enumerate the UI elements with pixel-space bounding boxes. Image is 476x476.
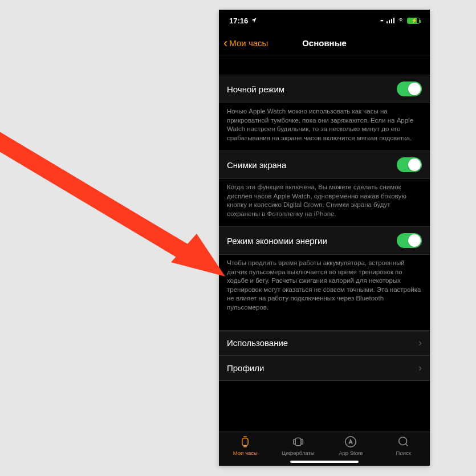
tab-label: App Store [339,450,363,456]
row-screenshots[interactable]: Снимки экрана [219,150,430,179]
svg-rect-0 [242,438,248,445]
nav-bar: ‹ Мои часы Основные [219,31,430,55]
tab-bar: Мои часы Циферблаты App Store Поиск [219,432,430,466]
wifi-icon [397,17,405,25]
chevron-right-icon: › [418,337,422,349]
back-button[interactable]: ‹ Мои часы [223,37,268,50]
toggle-screenshots[interactable] [397,157,422,172]
tab-label: Циферблаты [282,450,315,456]
dual-sim-icon: ▪▪ [380,18,383,23]
signal-icon [387,18,395,23]
desc-night-mode: Ночью Apple Watch можно использовать как… [219,103,430,150]
row-label: Снимки экрана [227,160,286,170]
toggle-power-saving[interactable] [397,233,422,248]
row-label: Использование [227,338,288,348]
toggle-night-mode[interactable] [397,82,422,96]
status-bar: 17:16 ▪▪ ⚡ [219,10,430,31]
row-label: Профили [227,363,264,373]
location-icon [251,17,257,25]
row-power-saving[interactable]: Режим экономии энергии [219,226,430,255]
svg-line-6 [0,137,197,259]
home-indicator[interactable] [290,461,359,463]
desc-screenshots: Когда эта функция включена, Вы можете сд… [219,179,430,226]
tab-label: Мои часы [233,450,258,456]
tab-label: Поиск [396,450,411,456]
tab-app-store[interactable]: App Store [324,436,377,456]
settings-content[interactable]: Ночной режим Ночью Apple Watch можно исп… [219,55,430,432]
faces-icon [292,436,304,448]
row-label: Режим экономии энергии [227,236,327,246]
back-label: Мои часы [229,38,268,48]
row-night-mode[interactable]: Ночной режим [219,75,430,103]
chevron-left-icon: ‹ [223,37,227,50]
tab-search[interactable]: Поиск [377,436,430,456]
tab-faces[interactable]: Циферблаты [272,436,325,456]
phone-frame: 17:16 ▪▪ ⚡ ‹ Мои часы Основные Ночной ре… [219,10,430,466]
appstore-icon [344,436,357,448]
row-usage[interactable]: Использование › [219,330,430,356]
tab-my-watch[interactable]: Мои часы [219,436,272,456]
svg-rect-2 [293,440,295,444]
chevron-right-icon: › [418,362,422,374]
svg-marker-7 [171,234,225,276]
battery-icon: ⚡ [407,18,420,24]
svg-rect-1 [295,438,301,445]
watch-icon [240,436,250,448]
row-profiles[interactable]: Профили › [219,356,430,381]
svg-point-5 [399,437,407,445]
status-time: 17:16 [229,17,248,25]
annotation-arrow [0,117,242,299]
search-icon [397,436,410,448]
svg-rect-3 [301,440,303,444]
row-label: Ночной режим [227,84,284,94]
svg-point-4 [345,437,356,447]
desc-power-saving: Чтобы продлить время работы аккумулятора… [219,255,430,320]
